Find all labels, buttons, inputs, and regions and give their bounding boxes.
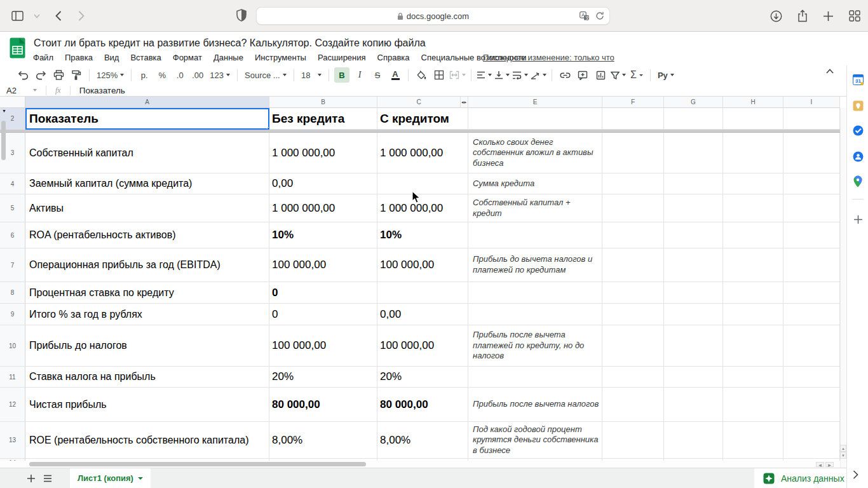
menu-item-6[interactable]: Данные: [208, 51, 248, 64]
cell-H10[interactable]: [723, 325, 783, 367]
menu-item-8[interactable]: Расширения: [313, 51, 371, 64]
cell-B12[interactable]: 80 000,00: [269, 388, 377, 422]
cell-C5[interactable]: 1 000 000,00: [377, 194, 468, 222]
cell-F4[interactable]: [602, 173, 664, 194]
hidden-row-marker-icon[interactable]: ▼: [2, 109, 6, 113]
cell-H4[interactable]: [723, 173, 783, 194]
vertical-scrollbar[interactable]: [840, 108, 846, 468]
cell-C6[interactable]: 10%: [377, 222, 468, 248]
cell-F10[interactable]: [602, 325, 664, 367]
cell-B8[interactable]: 0: [269, 282, 377, 304]
insert-chart-button[interactable]: [593, 67, 608, 83]
cell-B11[interactable]: 20%: [269, 367, 377, 388]
contacts-icon[interactable]: [851, 150, 864, 163]
cell-I10[interactable]: [783, 325, 840, 367]
cell-A3[interactable]: Собственный капитал: [25, 133, 269, 173]
cell-C11[interactable]: 20%: [377, 367, 468, 388]
tasks-icon[interactable]: [851, 124, 864, 137]
cell-H6[interactable]: [723, 222, 783, 248]
calendar-icon[interactable]: 31: [851, 73, 864, 86]
scroll-up-button[interactable]: ▲: [840, 445, 846, 452]
cell-H13[interactable]: [723, 422, 783, 459]
cell-B13[interactable]: 8,00%: [269, 422, 377, 459]
cell-C10[interactable]: 100 000,00: [377, 325, 468, 367]
url-bar[interactable]: docs.google.com A文: [256, 7, 610, 25]
cell-E13[interactable]: Под какой годовой процент крутятся деньг…: [468, 422, 602, 459]
sheets-logo-icon[interactable]: [10, 37, 25, 58]
forward-button[interactable]: [78, 11, 85, 21]
menu-item-9[interactable]: Справка: [372, 51, 415, 64]
italic-button[interactable]: I: [352, 67, 367, 83]
cell-I9[interactable]: [783, 304, 840, 325]
cell-B3[interactable]: 1 000 000,00: [269, 133, 377, 173]
filter-button[interactable]: [611, 67, 626, 83]
cell-B6[interactable]: 10%: [269, 222, 377, 248]
cell-G11[interactable]: [664, 367, 723, 388]
all-sheets-button[interactable]: [39, 470, 56, 487]
add-sheet-button[interactable]: [23, 470, 39, 487]
cell-I4[interactable]: [783, 173, 840, 194]
cell-A6[interactable]: ROA (рентабельность активов): [25, 222, 269, 248]
row-header-6[interactable]: 6: [0, 222, 25, 248]
name-box[interactable]: A2: [0, 86, 46, 95]
sheet-tab-active[interactable]: Лист1 (копия): [70, 468, 151, 488]
print-button[interactable]: [51, 67, 66, 83]
row-header-11[interactable]: 11: [0, 367, 25, 388]
cell-F13[interactable]: [602, 422, 664, 459]
fill-handle[interactable]: [267, 127, 269, 130]
cell-E10[interactable]: Прибыль после вычета платежей по кредиту…: [468, 325, 602, 367]
cell-C7[interactable]: 100 000,00: [377, 248, 468, 282]
reload-icon[interactable]: [595, 11, 604, 20]
column-header-H[interactable]: H: [723, 97, 783, 108]
cell-I8[interactable]: [783, 282, 840, 304]
scroll-left-button[interactable]: ◀: [816, 462, 824, 467]
row-header-7[interactable]: 7: [0, 248, 25, 282]
cell-B9[interactable]: 0: [269, 304, 377, 325]
translate-icon[interactable]: A文: [580, 11, 589, 20]
insert-comment-button[interactable]: [575, 67, 590, 83]
cell-A5[interactable]: Активы: [25, 194, 269, 222]
cell-A11[interactable]: Ставка налога на прибыль: [25, 367, 269, 388]
cell-H12[interactable]: [723, 388, 783, 422]
cell-G4[interactable]: [664, 173, 723, 194]
cell-F2[interactable]: [602, 108, 664, 130]
currency-format-button[interactable]: р.: [137, 67, 152, 83]
column-header-C[interactable]: C: [377, 97, 461, 108]
cell-C4[interactable]: [377, 173, 468, 194]
cell-A2[interactable]: Показатель: [25, 108, 269, 130]
cell-G7[interactable]: [664, 248, 723, 282]
cell-E2[interactable]: [468, 108, 602, 130]
sidebar-toggle-icon[interactable]: [11, 11, 24, 21]
cell-F5[interactable]: [602, 194, 664, 222]
column-header-E[interactable]: E: [468, 97, 602, 108]
menu-item-7[interactable]: Инструменты: [250, 51, 311, 64]
cell-C8[interactable]: [377, 282, 468, 304]
cell-E7[interactable]: Прибыль до вычета налогов и платежей по …: [468, 248, 602, 282]
cell-E6[interactable]: [468, 222, 602, 248]
horizontal-align-button[interactable]: [477, 67, 492, 83]
cell-G5[interactable]: [664, 194, 723, 222]
maps-icon[interactable]: [851, 175, 864, 187]
cell-H3[interactable]: [723, 133, 783, 173]
cell-A4[interactable]: Заемный капитал (сумма кредита): [25, 173, 269, 194]
more-formats-button[interactable]: 123: [208, 67, 232, 83]
document-title[interactable]: Стоит ли брать кредит на развитие бизнес…: [34, 37, 426, 49]
cell-F9[interactable]: [602, 304, 664, 325]
cell-C9[interactable]: 0,00: [377, 304, 468, 325]
cell-A7[interactable]: Операционная прибыль за год (EBITDA): [25, 248, 269, 282]
cell-G3[interactable]: [664, 133, 723, 173]
privacy-shield-icon[interactable]: [236, 9, 247, 22]
column-header-G[interactable]: G: [664, 97, 723, 108]
cell-G12[interactable]: [664, 388, 723, 422]
hidden-column-d-marker[interactable]: ◂▸: [461, 97, 468, 108]
font-size-select[interactable]: 18: [299, 67, 323, 83]
text-rotation-button[interactable]: [531, 67, 546, 83]
row-header-5[interactable]: 5: [0, 194, 25, 222]
strikethrough-button[interactable]: S: [370, 67, 385, 83]
vertical-scrollbar-thumb[interactable]: [1, 121, 6, 160]
cell-A8[interactable]: Процентная ставка по кредиту: [25, 282, 269, 304]
insert-link-button[interactable]: [557, 67, 573, 83]
formula-input[interactable]: Показатель: [79, 86, 125, 95]
cell-F6[interactable]: [602, 222, 664, 248]
sheet-tab-menu-icon[interactable]: [138, 477, 143, 480]
